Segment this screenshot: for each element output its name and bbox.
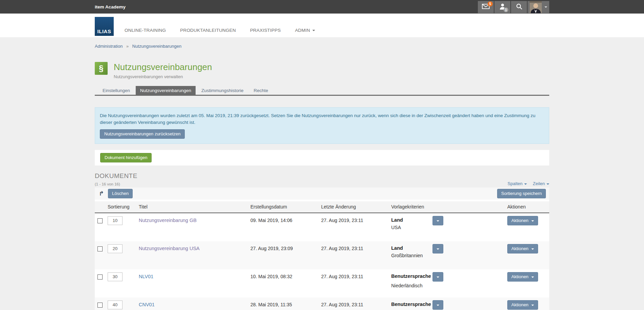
tab-rechte[interactable]: Rechte [249, 86, 272, 95]
row-actions-button[interactable]: Aktionen [507, 272, 538, 282]
modified-date: 27. Aug 2019, 23:11 [321, 302, 363, 307]
criterion-value: USA [391, 225, 432, 230]
tab-bar: Einstellungen Nutzungsvereinbarungen Zus… [95, 86, 549, 96]
table-row: CNV01 28. Mai 2019, 11:35 27. Aug 2019, … [95, 297, 549, 310]
created-date: 10. Mai 2019, 08:32 [250, 274, 292, 279]
mail-badge: 5 [488, 1, 493, 6]
column-header-titel: Titel [136, 201, 248, 213]
column-header-sortierung: Sortierung [105, 201, 136, 213]
document-title-link[interactable]: Nutzungsvereinbarung USA [139, 246, 200, 251]
delete-button[interactable]: Löschen [108, 189, 133, 198]
app-title: item Academy [95, 4, 126, 9]
info-message-box: Die Nutzungsvereinbarungen wurden zuletz… [95, 107, 549, 144]
column-header-aktionen: Aktionen [505, 201, 549, 213]
document-title-link[interactable]: CNV01 [139, 302, 155, 307]
move-arrow-icon: ↱ [99, 191, 104, 197]
table-title: DOKUMENTE [95, 172, 549, 180]
mail-button[interactable]: 5 [478, 1, 494, 13]
contacts-badge: 1 [504, 7, 508, 12]
table-toolbar: ↱ Löschen Sortierung speichern [95, 187, 549, 200]
breadcrumb-nutzungsvereinbarungen[interactable]: Nutzungsvereinbarungen [132, 44, 181, 49]
search-icon [515, 3, 523, 12]
chevron-down-icon [312, 30, 315, 31]
documents-table: ↱ Löschen Sortierung speichern Sortierun… [95, 187, 549, 310]
criterion-value: Niederländisch [391, 283, 432, 288]
row-checkbox[interactable] [97, 218, 103, 223]
table-column-controls: Spalten Zeilen [503, 181, 549, 186]
modified-date: 27. Aug 2019, 23:11 [321, 218, 363, 223]
page-title: Nutzungsvereinbarungen [114, 62, 212, 72]
search-button[interactable] [511, 1, 527, 13]
row-actions-button[interactable]: Aktionen [507, 244, 538, 253]
row-actions-button[interactable]: Aktionen [507, 216, 538, 225]
tab-zustimmungshistorie[interactable]: Zustimmungshistorie [197, 86, 248, 95]
header: ILIAS ONLINE-TRAINING PRODUKTANLEITUNGEN… [0, 14, 644, 37]
nav-praxistipps[interactable]: PRAXISTIPPS [250, 28, 281, 33]
sort-order-input[interactable] [108, 244, 123, 253]
chevron-down-icon [437, 220, 439, 222]
breadcrumb-administration[interactable]: Administration [95, 44, 123, 49]
nav-produktanleitungen[interactable]: PRODUKTANLEITUNGEN [180, 28, 236, 33]
table-header-row: Sortierung Titel Erstellungsdatum Letzte… [95, 201, 549, 213]
chevron-down-icon [524, 183, 527, 185]
chevron-down-icon [531, 220, 534, 222]
document-title-link[interactable]: Nutzungsvereinbarung GB [139, 218, 197, 223]
chevron-down-icon [547, 183, 549, 185]
ilias-logo[interactable]: ILIAS [95, 17, 114, 36]
info-message-text: Die Nutzungsvereinbarungen wurden zuletz… [100, 112, 537, 126]
chevron-down-icon [531, 276, 534, 278]
reset-agreements-button[interactable]: Nutzungsvereinbarungen zurücksetzen [100, 129, 185, 139]
topbar-icons: 5 1 [477, 0, 549, 14]
criterion-dropdown-button[interactable] [432, 272, 443, 282]
avatar [530, 1, 542, 13]
sort-order-input[interactable] [108, 216, 123, 225]
save-sorting-button[interactable]: Sortierung speichern [497, 189, 546, 198]
add-document-button[interactable]: Dokument hinzufügen [100, 153, 152, 162]
logo-text: ILIAS [95, 28, 114, 34]
column-header-erstellungsdatum: Erstellungsdatum [248, 201, 318, 213]
criterion-dropdown-button[interactable] [432, 244, 443, 253]
breadcrumb: Administration » Nutzungsvereinbarungen [95, 37, 549, 49]
topbar: item Academy 5 1 [0, 0, 644, 14]
table-count: (1 - 16 von 16) [95, 182, 120, 186]
row-checkbox[interactable] [97, 303, 103, 308]
chevron-down-icon [531, 305, 534, 306]
column-header-vorlagekriterien: Vorlagekriterien [388, 201, 505, 213]
page-subtitle: Nutzungsvereinbarungen verwalten [114, 74, 212, 79]
criterion-dropdown-button[interactable] [432, 300, 443, 310]
criterion-label: Benutzersprache [391, 302, 432, 307]
zeilen-dropdown[interactable]: Zeilen [533, 181, 549, 186]
criterion-dropdown-button[interactable] [432, 216, 443, 225]
chevron-down-icon [531, 248, 534, 250]
document-title-link[interactable]: NLV01 [139, 274, 153, 279]
table-row: Nutzungsvereinbarung USA 27. Aug 2019, 2… [95, 241, 549, 269]
tab-nutzungsvereinbarungen[interactable]: Nutzungsvereinbarungen [136, 86, 196, 95]
created-date: 28. Mai 2019, 11:35 [250, 302, 292, 307]
row-actions-button[interactable]: Aktionen [507, 300, 538, 310]
breadcrumb-separator: » [126, 44, 129, 49]
chevron-down-icon [545, 6, 547, 8]
chevron-down-icon [437, 305, 439, 306]
chevron-down-icon [437, 276, 439, 278]
chevron-down-icon [437, 248, 439, 250]
paragraph-icon: § [95, 62, 108, 75]
created-date: 09. Mai 2019, 14:06 [250, 218, 292, 223]
table-row: Nutzungsvereinbarung GB 09. Mai 2019, 14… [95, 213, 549, 241]
sort-order-input[interactable] [108, 272, 123, 281]
row-checkbox[interactable] [97, 274, 103, 280]
actions-bar: Dokument hinzufügen [95, 150, 549, 165]
sort-order-input[interactable] [108, 301, 123, 309]
row-checkbox[interactable] [97, 246, 103, 251]
nav-admin[interactable]: ADMIN [295, 28, 315, 33]
criterion-label: Land [391, 245, 432, 251]
nav-online-training[interactable]: ONLINE-TRAINING [125, 28, 166, 33]
created-date: 27. Aug 2019, 23:09 [250, 246, 293, 251]
modified-date: 27. Aug 2019, 23:11 [321, 274, 363, 279]
criterion-label: Land [391, 217, 432, 223]
modified-date: 27. Aug 2019, 23:11 [321, 246, 363, 251]
spalten-dropdown[interactable]: Spalten [508, 181, 527, 186]
user-menu-button[interactable] [528, 1, 549, 13]
contacts-button[interactable]: 1 [494, 1, 510, 13]
tab-einstellungen[interactable]: Einstellungen [98, 86, 134, 95]
main-nav: ONLINE-TRAINING PRODUKTANLEITUNGEN PRAXI… [125, 14, 315, 37]
